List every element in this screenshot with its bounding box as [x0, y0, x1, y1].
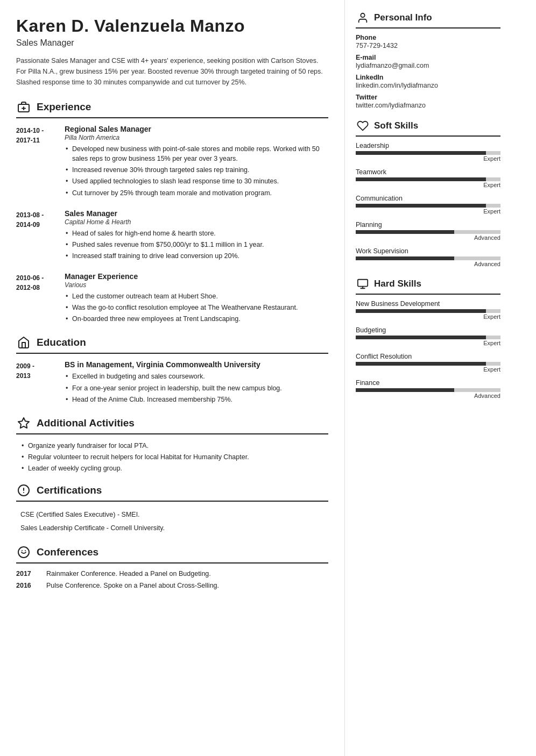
education-icon [16, 335, 31, 350]
soft-skill-item: Teamwork Expert [356, 168, 500, 188]
skill-bar-bg [356, 362, 500, 366]
right-column: Personal Info Phone 757-729-1432 E-mail … [344, 0, 511, 756]
skill-name: Budgeting [356, 326, 500, 334]
personal-info-icon [356, 11, 370, 25]
exp-bullet: Increased revenue 30% through targeted s… [65, 165, 328, 175]
exp-date: 2010-06 -2012-08 [16, 272, 65, 325]
candidate-summary: Passionate Sales Manager and CSE with 4+… [16, 55, 328, 88]
skill-level-label: Advanced [356, 234, 500, 241]
skill-bar-bg [356, 177, 500, 181]
soft-skills-title: Soft Skills [374, 120, 418, 131]
certifications-section: Certifications CSE (Certified Sales Exec… [16, 483, 328, 535]
hard-skills-header: Hard Skills [356, 277, 500, 295]
hard-skills-list: New Business Development Expert Budgetin… [356, 300, 500, 399]
education-entries: 2009 -2013 BS in Management, Virginia Co… [16, 360, 328, 405]
hard-skill-item: Conflict Resolution Expert [356, 353, 500, 373]
edu-degree: BS in Management, Virginia Commonwealth … [65, 360, 328, 369]
skill-level-label: Expert [356, 182, 500, 188]
skill-bar-bg [356, 204, 500, 208]
hard-skills-icon [356, 277, 370, 291]
candidate-title: Sales Manager [16, 38, 328, 48]
exp-bullet: Head of sales for high-end home & hearth… [65, 229, 328, 238]
soft-skill-item: Communication Expert [356, 195, 500, 215]
skill-name: Conflict Resolution [356, 353, 500, 360]
personal-info-value: lydiafmanzo@gmail.com [356, 62, 500, 69]
education-section-header: Education [16, 335, 328, 354]
personal-info-title: Personal Info [374, 12, 432, 23]
skill-level-label: Advanced [356, 393, 500, 399]
exp-bullet: Cut turnover by 25% through team morale … [65, 188, 328, 198]
skill-bar-fill [356, 336, 486, 339]
conf-desc: Rainmaker Conference. Headed a Panel on … [46, 570, 328, 577]
personal-info-field: LinkedIn linkedin.com/in/lydiafmanzo [356, 74, 500, 89]
skill-bar-bg [356, 151, 500, 155]
hard-skill-item: Finance Advanced [356, 379, 500, 399]
experience-entries: 2014-10 -2017-11 Regional Sales Manager … [16, 125, 328, 325]
skill-bar-bg [356, 309, 500, 313]
skill-name: Leadership [356, 142, 500, 149]
skill-name: New Business Development [356, 300, 500, 308]
exp-bullet: Led the customer outreach team at Hubert… [65, 291, 328, 301]
skill-name: Finance [356, 379, 500, 387]
personal-info-label: E-mail [356, 54, 500, 61]
skill-level-label: Expert [356, 155, 500, 162]
exp-company: Various [65, 281, 328, 289]
soft-skills-section: Soft Skills Leadership Expert Teamwork E… [356, 119, 500, 267]
skill-bar-fill [356, 151, 486, 155]
exp-bullet: Used applied technologies to slash lead … [65, 176, 328, 186]
exp-job-title: Sales Manager [65, 209, 328, 218]
activities-title: Additional Activities [37, 417, 135, 429]
experience-icon [16, 99, 31, 115]
skill-bar-fill [356, 362, 486, 366]
experience-title: Experience [37, 101, 91, 113]
soft-skill-item: Leadership Expert [356, 142, 500, 162]
conferences-icon [16, 545, 31, 560]
skill-bar-bg [356, 256, 500, 260]
personal-info-label: Twitter [356, 94, 500, 101]
exp-date: 2013-08 -2014-09 [16, 209, 65, 262]
personal-info-section: Personal Info Phone 757-729-1432 E-mail … [356, 11, 500, 109]
exp-company: Capital Home & Hearth [65, 218, 328, 226]
conf-year: 2016 [16, 582, 46, 589]
activity-item: Organize yearly fundraiser for local PTA… [20, 441, 328, 451]
skill-level-label: Advanced [356, 261, 500, 267]
skill-bar-fill [356, 204, 486, 208]
conferences-section-header: Conferences [16, 545, 328, 564]
candidate-name: Karen D. Valenzuela Manzo [16, 16, 328, 36]
personal-info-fields: Phone 757-729-1432 E-mail lydiafmanzo@gm… [356, 34, 500, 109]
edu-bullets: Excelled in budgeting and sales coursewo… [65, 372, 328, 404]
soft-skill-item: Planning Advanced [356, 221, 500, 241]
experience-section: Experience 2014-10 -2017-11 Regional Sal… [16, 99, 328, 325]
personal-info-header: Personal Info [356, 11, 500, 28]
skill-level-label: Expert [356, 313, 500, 320]
hard-skill-item: New Business Development Expert [356, 300, 500, 320]
exp-company: Pilla North America [65, 134, 328, 141]
experience-entry: 2014-10 -2017-11 Regional Sales Manager … [16, 125, 328, 199]
exp-bullet: Developed new business with point-of-sal… [65, 144, 328, 163]
personal-info-label: Phone [356, 34, 500, 41]
conf-year: 2017 [16, 570, 46, 577]
certification-item: CSE (Certified Sales Executive) - SMEI. [16, 508, 328, 522]
skill-name: Communication [356, 195, 500, 202]
skill-bar-fill [356, 388, 454, 392]
edu-bullet: For a one-year senior project in leaders… [65, 383, 328, 393]
exp-bullet: Pushed sales revenue from $750,000/yr to… [65, 240, 328, 249]
exp-content: Manager Experience Various Led the custo… [65, 272, 328, 325]
skill-level-label: Expert [356, 208, 500, 215]
skill-bar-fill [356, 256, 454, 260]
skill-bar-fill [356, 230, 454, 234]
skill-level-label: Expert [356, 340, 500, 346]
edu-date: 2009 -2013 [16, 360, 65, 405]
svg-rect-11 [358, 280, 368, 287]
conferences-section: Conferences 2017 Rainmaker Conference. H… [16, 545, 328, 589]
skill-name: Planning [356, 221, 500, 229]
exp-content: Regional Sales Manager Pilla North Ameri… [65, 125, 328, 199]
left-column: Karen D. Valenzuela Manzo Sales Manager … [0, 0, 344, 756]
activity-item: Leader of weekly cycling group. [20, 463, 328, 473]
edu-bullet: Excelled in budgeting and sales coursewo… [65, 372, 328, 381]
personal-info-field: Phone 757-729-1432 [356, 34, 500, 49]
exp-job-title: Manager Experience [65, 272, 328, 281]
conference-entry: 2016 Pulse Conference. Spoke on a Panel … [16, 582, 328, 589]
conf-desc: Pulse Conference. Spoke on a Panel about… [46, 582, 328, 589]
personal-info-field: E-mail lydiafmanzo@gmail.com [356, 54, 500, 69]
